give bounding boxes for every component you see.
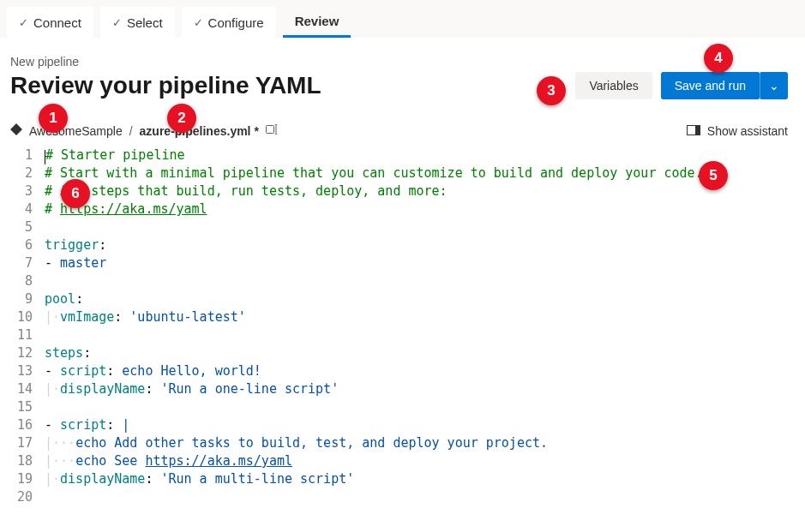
- code-line[interactable]: # https://aka.ms/yaml: [45, 200, 805, 218]
- callout-1: 1: [39, 104, 68, 133]
- assistant-panel-icon: [687, 124, 700, 138]
- code-line[interactable]: |···echo See https://aka.ms/yaml: [45, 452, 805, 470]
- yaml-editor[interactable]: 1234567891011121314151617181920 # Starte…: [0, 146, 805, 523]
- code-line[interactable]: - master: [45, 254, 805, 272]
- code-line[interactable]: - script: |: [45, 416, 805, 434]
- tab-configure[interactable]: ✓ Configure: [182, 7, 276, 38]
- assistant-label: Show assistant: [707, 124, 788, 138]
- wizard-tabs: ✓ Connect ✓ Select ✓ Configure Review: [0, 0, 805, 38]
- check-icon: ✓: [19, 16, 28, 29]
- callout-4: 4: [704, 44, 733, 73]
- save-and-run-dropdown[interactable]: ⌄: [760, 72, 788, 99]
- code-line[interactable]: [45, 398, 805, 416]
- variables-button[interactable]: Variables: [575, 72, 652, 99]
- check-icon: ✓: [112, 16, 122, 29]
- page-header: New pipeline Review your pipeline YAML V…: [0, 38, 805, 115]
- save-and-run-button[interactable]: Save and run: [661, 72, 760, 99]
- check-icon: ✓: [194, 16, 203, 29]
- breadcrumb-file: azure-pipelines.yml *: [140, 124, 259, 138]
- svg-rect-0: [266, 126, 273, 134]
- code-line[interactable]: steps:: [45, 344, 805, 362]
- code-line[interactable]: # Start with a minimal pipeline that you…: [45, 164, 805, 182]
- code-content[interactable]: # Starter pipeline# Start with a minimal…: [45, 146, 805, 506]
- tab-select[interactable]: ✓ Select: [100, 7, 175, 38]
- repo-icon: [10, 123, 22, 138]
- code-line[interactable]: [45, 272, 805, 290]
- svg-rect-5: [695, 125, 700, 134]
- code-line[interactable]: |·vmImage: 'ubuntu-latest': [45, 308, 805, 326]
- callout-3: 3: [537, 76, 566, 105]
- code-line[interactable]: [45, 218, 805, 236]
- callout-6: 6: [61, 179, 90, 208]
- page-subtitle: New pipeline: [10, 55, 321, 69]
- show-assistant-button[interactable]: Show assistant: [687, 124, 788, 138]
- rename-file-icon[interactable]: [266, 124, 279, 137]
- chevron-down-icon: ⌄: [769, 79, 779, 93]
- tab-label: Select: [127, 15, 163, 30]
- tab-label: Configure: [208, 15, 264, 30]
- tab-label: Connect: [33, 15, 81, 30]
- breadcrumb-bar: AwesomeSample / azure-pipelines.yml * Sh…: [0, 115, 805, 146]
- callout-2: 2: [167, 104, 196, 133]
- callout-5: 5: [699, 161, 728, 190]
- tab-connect[interactable]: ✓ Connect: [7, 7, 93, 38]
- code-line[interactable]: - script: echo Hello, world!: [45, 362, 805, 380]
- code-line[interactable]: trigger:: [45, 236, 805, 254]
- code-line[interactable]: pool:: [45, 290, 805, 308]
- code-line[interactable]: |·displayName: 'Run a one-line script': [45, 380, 805, 398]
- breadcrumb-sep: /: [129, 124, 133, 138]
- line-gutter: 1234567891011121314151617181920: [0, 146, 45, 506]
- code-line[interactable]: |·displayName: 'Run a multi-line script': [45, 470, 805, 488]
- page-title: Review your pipeline YAML: [10, 72, 321, 99]
- code-line[interactable]: |···echo Add other tasks to build, test,…: [45, 434, 805, 452]
- tab-label: Review: [295, 14, 339, 28]
- code-line[interactable]: # Starter pipeline: [45, 146, 805, 164]
- tab-review[interactable]: Review: [283, 7, 351, 38]
- code-line[interactable]: # Add steps that build, run tests, deplo…: [45, 182, 805, 200]
- code-line[interactable]: [45, 326, 805, 344]
- code-line[interactable]: [45, 488, 805, 506]
